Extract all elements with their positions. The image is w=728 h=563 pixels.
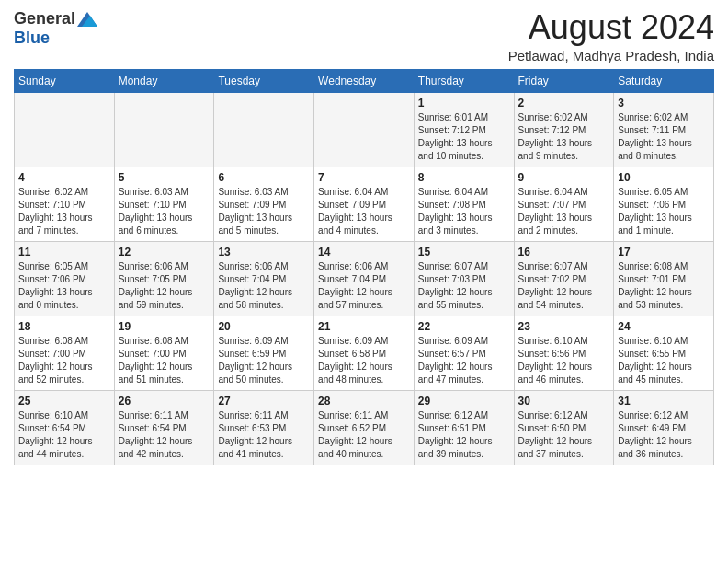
day-number: 12	[119, 246, 210, 259]
calendar-cell	[314, 92, 415, 167]
calendar-cell: 30Sunrise: 6:12 AMSunset: 6:50 PMDayligh…	[514, 390, 614, 465]
day-number: 28	[318, 395, 410, 408]
day-number: 27	[218, 395, 310, 408]
cell-content: Sunrise: 6:02 AMSunset: 7:10 PMDaylight:…	[18, 186, 110, 237]
day-number: 3	[618, 97, 710, 109]
day-number: 21	[318, 320, 410, 333]
cell-content: Sunrise: 6:06 AMSunset: 7:04 PMDaylight:…	[218, 260, 310, 312]
cell-content: Sunrise: 6:07 AMSunset: 7:02 PMDaylight:…	[518, 260, 610, 312]
day-number: 24	[618, 320, 710, 333]
calendar-cell	[214, 92, 314, 167]
calendar-week-3: 11Sunrise: 6:05 AMSunset: 7:06 PMDayligh…	[15, 241, 714, 316]
day-number: 7	[318, 171, 410, 184]
calendar-week-5: 25Sunrise: 6:10 AMSunset: 6:54 PMDayligh…	[15, 390, 714, 465]
cell-content: Sunrise: 6:12 AMSunset: 6:50 PMDaylight:…	[518, 409, 610, 461]
cell-content: Sunrise: 6:01 AMSunset: 7:12 PMDaylight:…	[418, 111, 510, 163]
day-number: 9	[518, 171, 610, 184]
cell-content: Sunrise: 6:06 AMSunset: 7:04 PMDaylight:…	[318, 260, 410, 312]
calendar-week-2: 4Sunrise: 6:02 AMSunset: 7:10 PMDaylight…	[15, 167, 714, 241]
calendar-week-4: 18Sunrise: 6:08 AMSunset: 7:00 PMDayligh…	[15, 316, 714, 390]
day-number: 13	[218, 246, 310, 259]
calendar-cell: 20Sunrise: 6:09 AMSunset: 6:59 PMDayligh…	[214, 316, 314, 390]
cell-content: Sunrise: 6:03 AMSunset: 7:09 PMDaylight:…	[218, 186, 310, 237]
cell-content: Sunrise: 6:10 AMSunset: 6:55 PMDaylight:…	[618, 335, 710, 386]
cell-content: Sunrise: 6:05 AMSunset: 7:06 PMDaylight:…	[618, 186, 710, 237]
calendar-cell: 24Sunrise: 6:10 AMSunset: 6:55 PMDayligh…	[614, 316, 714, 390]
day-number: 4	[18, 171, 110, 184]
calendar-cell: 11Sunrise: 6:05 AMSunset: 7:06 PMDayligh…	[15, 241, 115, 316]
weekday-header-friday: Friday	[514, 69, 614, 92]
weekday-header-tuesday: Tuesday	[214, 69, 314, 92]
day-number: 20	[218, 320, 310, 333]
cell-content: Sunrise: 6:04 AMSunset: 7:07 PMDaylight:…	[518, 186, 610, 237]
calendar-cell: 16Sunrise: 6:07 AMSunset: 7:02 PMDayligh…	[514, 241, 614, 316]
calendar-cell: 15Sunrise: 6:07 AMSunset: 7:03 PMDayligh…	[414, 241, 514, 316]
calendar-cell	[15, 92, 115, 167]
calendar-cell: 17Sunrise: 6:08 AMSunset: 7:01 PMDayligh…	[614, 241, 714, 316]
title-block: August 2024 Petlawad, Madhya Pradesh, In…	[508, 9, 714, 63]
cell-content: Sunrise: 6:07 AMSunset: 7:03 PMDaylight:…	[418, 260, 510, 312]
day-number: 2	[518, 97, 610, 109]
calendar-cell: 7Sunrise: 6:04 AMSunset: 7:09 PMDaylight…	[314, 167, 415, 241]
cell-content: Sunrise: 6:10 AMSunset: 6:56 PMDaylight:…	[518, 335, 610, 386]
day-number: 1	[418, 97, 510, 109]
calendar-week-1: 1Sunrise: 6:01 AMSunset: 7:12 PMDaylight…	[15, 92, 714, 167]
calendar-cell: 2Sunrise: 6:02 AMSunset: 7:12 PMDaylight…	[514, 92, 614, 167]
calendar-cell: 21Sunrise: 6:09 AMSunset: 6:58 PMDayligh…	[314, 316, 415, 390]
cell-content: Sunrise: 6:02 AMSunset: 7:11 PMDaylight:…	[618, 111, 710, 163]
day-number: 11	[18, 246, 110, 259]
cell-content: Sunrise: 6:08 AMSunset: 7:00 PMDaylight:…	[119, 335, 210, 386]
calendar-cell: 9Sunrise: 6:04 AMSunset: 7:07 PMDaylight…	[514, 167, 614, 241]
day-number: 14	[318, 246, 410, 259]
page: General Blue August 2024 Petlawad, Madhy…	[0, 0, 728, 563]
day-number: 31	[618, 395, 710, 408]
cell-content: Sunrise: 6:08 AMSunset: 7:00 PMDaylight:…	[18, 335, 110, 386]
cell-content: Sunrise: 6:11 AMSunset: 6:52 PMDaylight:…	[318, 409, 410, 461]
calendar-cell: 19Sunrise: 6:08 AMSunset: 7:00 PMDayligh…	[114, 316, 214, 390]
logo-blue-text: Blue	[14, 29, 50, 48]
subtitle: Petlawad, Madhya Pradesh, India	[508, 48, 714, 63]
day-number: 29	[418, 395, 510, 408]
weekday-header-row: SundayMondayTuesdayWednesdayThursdayFrid…	[15, 69, 714, 92]
day-number: 5	[119, 171, 210, 184]
day-number: 23	[518, 320, 610, 333]
calendar-cell: 18Sunrise: 6:08 AMSunset: 7:00 PMDayligh…	[15, 316, 115, 390]
day-number: 15	[418, 246, 510, 259]
logo-general-text: General	[14, 9, 75, 29]
logo: General Blue	[14, 9, 97, 48]
cell-content: Sunrise: 6:11 AMSunset: 6:54 PMDaylight:…	[119, 409, 210, 461]
calendar-cell: 23Sunrise: 6:10 AMSunset: 6:56 PMDayligh…	[514, 316, 614, 390]
weekday-header-monday: Monday	[114, 69, 214, 92]
day-number: 10	[618, 171, 710, 184]
day-number: 30	[518, 395, 610, 408]
calendar-cell: 12Sunrise: 6:06 AMSunset: 7:05 PMDayligh…	[114, 241, 214, 316]
day-number: 25	[18, 395, 110, 408]
calendar-cell: 10Sunrise: 6:05 AMSunset: 7:06 PMDayligh…	[614, 167, 714, 241]
day-number: 16	[518, 246, 610, 259]
cell-content: Sunrise: 6:12 AMSunset: 6:49 PMDaylight:…	[618, 409, 710, 461]
calendar-cell: 4Sunrise: 6:02 AMSunset: 7:10 PMDaylight…	[15, 167, 115, 241]
day-number: 18	[18, 320, 110, 333]
cell-content: Sunrise: 6:11 AMSunset: 6:53 PMDaylight:…	[218, 409, 310, 461]
calendar-cell: 14Sunrise: 6:06 AMSunset: 7:04 PMDayligh…	[314, 241, 415, 316]
main-title: August 2024	[508, 9, 714, 46]
calendar-table: SundayMondayTuesdayWednesdayThursdayFrid…	[14, 69, 714, 465]
cell-content: Sunrise: 6:10 AMSunset: 6:54 PMDaylight:…	[18, 409, 110, 461]
cell-content: Sunrise: 6:09 AMSunset: 6:59 PMDaylight:…	[218, 335, 310, 386]
calendar-cell: 22Sunrise: 6:09 AMSunset: 6:57 PMDayligh…	[414, 316, 514, 390]
header: General Blue August 2024 Petlawad, Madhy…	[14, 9, 714, 63]
day-number: 8	[418, 171, 510, 184]
calendar-cell: 3Sunrise: 6:02 AMSunset: 7:11 PMDaylight…	[614, 92, 714, 167]
cell-content: Sunrise: 6:03 AMSunset: 7:10 PMDaylight:…	[119, 186, 210, 237]
calendar-cell: 31Sunrise: 6:12 AMSunset: 6:49 PMDayligh…	[614, 390, 714, 465]
calendar-cell: 25Sunrise: 6:10 AMSunset: 6:54 PMDayligh…	[15, 390, 115, 465]
day-number: 26	[119, 395, 210, 408]
calendar-cell: 26Sunrise: 6:11 AMSunset: 6:54 PMDayligh…	[114, 390, 214, 465]
calendar-cell: 29Sunrise: 6:12 AMSunset: 6:51 PMDayligh…	[414, 390, 514, 465]
weekday-header-wednesday: Wednesday	[314, 69, 415, 92]
cell-content: Sunrise: 6:06 AMSunset: 7:05 PMDaylight:…	[119, 260, 210, 312]
logo-icon	[77, 12, 97, 27]
cell-content: Sunrise: 6:09 AMSunset: 6:57 PMDaylight:…	[418, 335, 510, 386]
day-number: 6	[218, 171, 310, 184]
day-number: 19	[119, 320, 210, 333]
